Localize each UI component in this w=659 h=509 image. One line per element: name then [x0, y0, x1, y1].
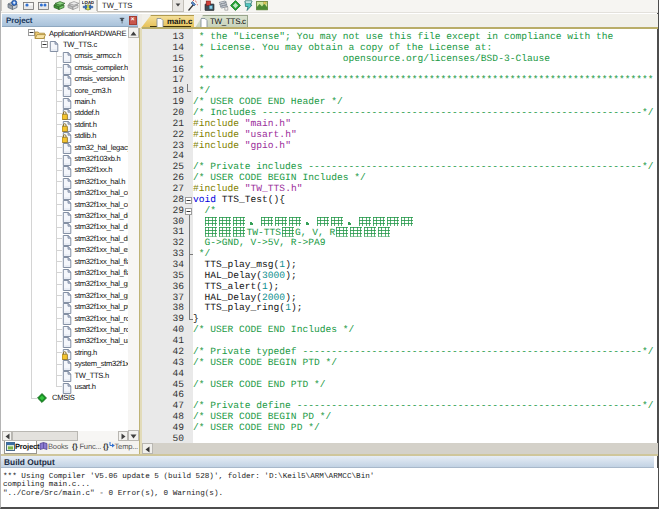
- svg-text:LOAD: LOAD: [82, 0, 94, 5]
